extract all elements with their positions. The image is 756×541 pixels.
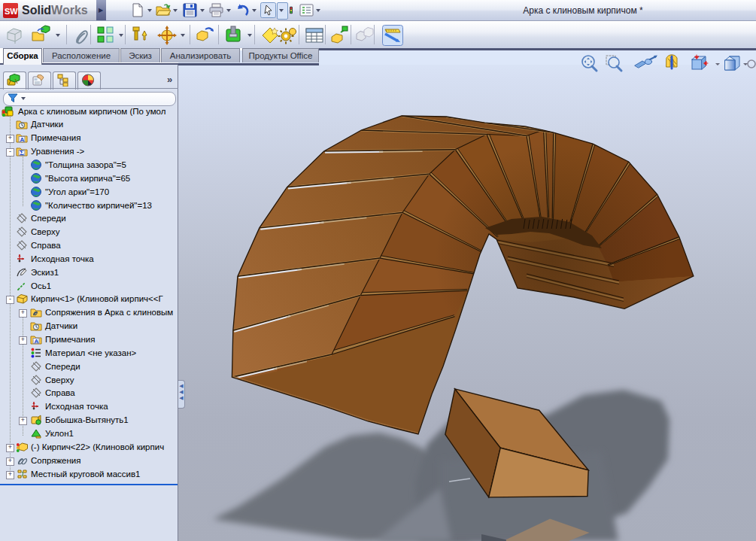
svg-text:Σ: Σ (20, 149, 24, 157)
svg-text:A: A (35, 338, 39, 345)
svg-text:A: A (20, 136, 25, 143)
